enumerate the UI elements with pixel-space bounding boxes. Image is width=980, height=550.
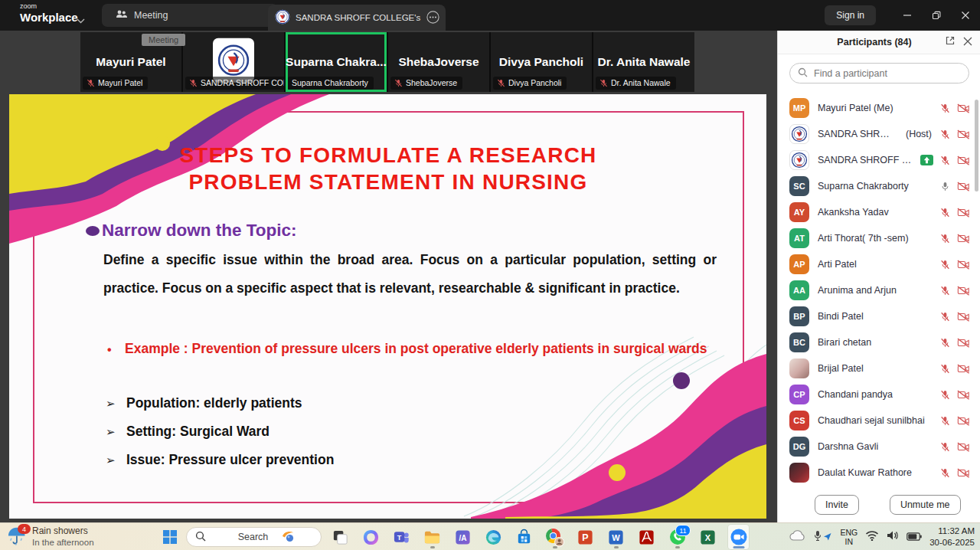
participant-status-icons xyxy=(940,312,970,322)
onedrive-cloud-icon[interactable] xyxy=(789,529,806,545)
participant-row[interactable]: CSChaudhari sejal sunilbhai xyxy=(778,408,980,434)
video-off-icon[interactable] xyxy=(957,312,970,322)
video-tile[interactable]: Suparna Chakra...Suparna Chakraborty xyxy=(286,32,387,92)
participant-status-icons xyxy=(940,338,970,348)
invite-button[interactable]: Invite xyxy=(815,495,859,515)
participant-search[interactable] xyxy=(789,63,969,83)
wifi-icon[interactable] xyxy=(865,530,879,544)
video-off-icon[interactable] xyxy=(957,129,970,139)
tab-screen-share[interactable]: SANDRA SHROFF COLLEGE's scre xyxy=(268,5,446,31)
participant-row[interactable]: SCSuparna Chakraborty xyxy=(778,173,980,199)
word-icon[interactable]: W xyxy=(606,525,626,549)
participant-row[interactable]: Brijal Patel xyxy=(778,355,980,381)
video-off-icon[interactable] xyxy=(957,182,970,192)
video-off-icon[interactable] xyxy=(957,260,970,270)
clock[interactable]: 11:32 AM 30-06-2025 xyxy=(929,525,975,548)
muted-mic-icon[interactable] xyxy=(940,156,950,165)
participant-row[interactable]: BPBindi Patel xyxy=(778,303,980,329)
weather-alert-badge: 4 xyxy=(18,524,31,534)
chrome-icon[interactable] xyxy=(544,525,565,549)
muted-mic-icon xyxy=(599,79,608,87)
participant-status-icons xyxy=(940,208,970,218)
video-off-icon[interactable] xyxy=(957,468,970,478)
muted-mic-icon[interactable] xyxy=(940,390,950,400)
taskbar-search[interactable]: Search xyxy=(186,527,322,547)
minimize-button[interactable] xyxy=(893,0,922,31)
video-off-icon[interactable] xyxy=(957,286,970,296)
teams-icon[interactable]: T xyxy=(391,525,412,549)
copilot-icon[interactable] xyxy=(361,525,381,549)
participant-row[interactable]: Daulat Kuwar Rathore xyxy=(778,460,980,486)
participant-row[interactable]: SANDRA SHROFF COLLE...(Host) xyxy=(778,121,980,147)
weather-widget[interactable]: 4 Rain showers In the afternoon xyxy=(6,525,94,548)
video-off-icon[interactable] xyxy=(957,156,970,165)
video-tile[interactable]: Dr. Anita NawaleDr. Anita Nawale xyxy=(593,32,694,92)
mic-location-tray-icon[interactable] xyxy=(814,530,832,545)
muted-mic-icon[interactable] xyxy=(940,234,950,244)
muted-mic-icon[interactable] xyxy=(940,103,950,113)
avatar: DG xyxy=(789,437,809,457)
arrow-bullet-icon: ➢ xyxy=(106,453,126,467)
muted-mic-icon[interactable] xyxy=(940,286,950,296)
search-input[interactable] xyxy=(812,67,961,80)
participant-name: Mayuri Patel (Me) xyxy=(818,103,893,113)
powerpoint-icon[interactable]: P xyxy=(575,525,596,549)
video-tile[interactable]: SANDRA SHROFF COL... xyxy=(183,32,284,92)
excel-icon[interactable]: X xyxy=(697,525,718,549)
tab-meeting[interactable]: Meeting xyxy=(102,4,278,27)
muted-mic-icon[interactable] xyxy=(940,416,950,426)
unmute-me-button[interactable]: Unmute me xyxy=(890,495,961,515)
video-off-icon[interactable] xyxy=(957,364,970,374)
participant-row[interactable]: DGDarshna Gavli xyxy=(778,434,980,460)
video-off-icon[interactable] xyxy=(957,103,970,113)
start-button[interactable] xyxy=(162,529,178,548)
muted-mic-icon[interactable] xyxy=(940,364,950,374)
participant-row[interactable]: CPChandani pandya xyxy=(778,381,980,408)
file-explorer-icon[interactable] xyxy=(422,525,443,549)
muted-mic-icon[interactable] xyxy=(940,442,950,452)
participant-row[interactable]: ATArti Thorat( 7th -sem) xyxy=(778,225,980,251)
more-options-icon[interactable] xyxy=(426,11,439,25)
edge-icon[interactable] xyxy=(483,525,504,549)
maximize-button[interactable] xyxy=(922,0,951,31)
participant-row[interactable]: AYAkanksha Yadav xyxy=(778,199,980,225)
participant-role: (Host) xyxy=(906,129,932,139)
video-off-icon[interactable] xyxy=(957,234,970,244)
zoom-icon[interactable] xyxy=(728,525,749,549)
volume-icon[interactable] xyxy=(887,530,899,544)
language-indicator[interactable]: ENG IN xyxy=(840,528,858,546)
chevron-down-icon[interactable] xyxy=(77,13,85,27)
microsoft-store-icon[interactable] xyxy=(514,525,534,549)
muted-mic-icon[interactable] xyxy=(940,129,950,139)
muted-mic-icon[interactable] xyxy=(940,338,950,348)
participant-row[interactable]: BCBirari chetan xyxy=(778,329,980,355)
tile-name-label: Suparna Chakraborty xyxy=(288,77,374,90)
acrobat-icon[interactable] xyxy=(636,525,657,549)
video-off-icon[interactable] xyxy=(957,390,970,400)
close-panel-icon[interactable] xyxy=(963,35,972,49)
battery-icon[interactable] xyxy=(906,530,922,544)
mic-on-icon[interactable] xyxy=(940,182,950,192)
pop-out-icon[interactable] xyxy=(945,35,956,49)
video-tile[interactable]: Divya PancholiDivya Pancholi xyxy=(491,32,592,92)
muted-mic-icon[interactable] xyxy=(940,468,950,478)
whatsapp-icon[interactable]: 11 xyxy=(667,525,688,549)
muted-mic-icon[interactable] xyxy=(940,208,950,218)
scrollbar-thumb[interactable] xyxy=(975,100,978,192)
participant-row[interactable]: AAArunima and Arjun xyxy=(778,277,980,303)
video-off-icon[interactable] xyxy=(957,416,970,426)
ma-app-icon[interactable]: /A xyxy=(452,525,473,549)
video-off-icon[interactable] xyxy=(957,208,970,218)
bullet-text: Setting: Surgical Ward xyxy=(126,424,270,440)
muted-mic-icon[interactable] xyxy=(940,312,950,322)
participant-row[interactable]: APArti Patel xyxy=(778,251,980,277)
participant-row[interactable]: SANDRA SHROFF COLLEGE xyxy=(778,147,980,173)
close-button[interactable] xyxy=(951,0,980,31)
participant-row[interactable]: MPMayuri Patel (Me) xyxy=(778,95,980,121)
video-off-icon[interactable] xyxy=(957,338,970,348)
task-view-icon[interactable] xyxy=(330,525,351,549)
muted-mic-icon[interactable] xyxy=(940,260,950,270)
sign-in-button[interactable]: Sign in xyxy=(825,5,876,25)
video-off-icon[interactable] xyxy=(957,442,970,452)
video-tile[interactable]: ShebaJoverseShebaJoverse xyxy=(388,32,489,92)
